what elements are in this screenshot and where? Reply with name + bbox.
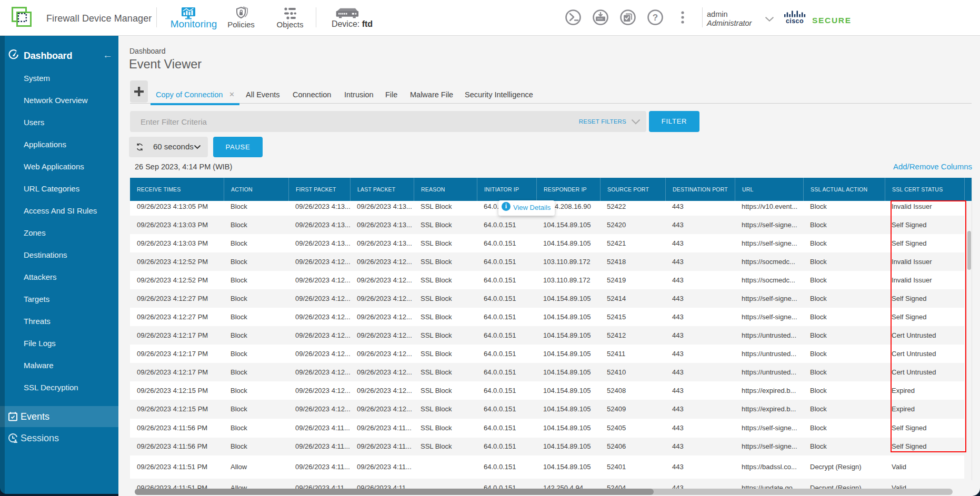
svg-text:SECURE: SECURE [812,16,852,25]
svg-text:?: ? [653,13,658,23]
svg-text:cisco: cisco [786,17,804,25]
